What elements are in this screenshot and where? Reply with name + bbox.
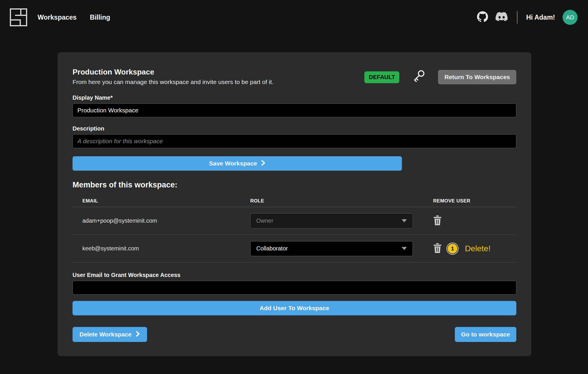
workspace-settings-card: Production Workspace From here you can m…	[57, 52, 531, 356]
key-icon[interactable]	[412, 70, 425, 85]
member-row-owner: adam+poop@systeminit.com Owner	[73, 207, 516, 235]
save-workspace-button[interactable]: Save Workspace	[73, 156, 402, 171]
member-email: keeb@systeminit.com	[73, 245, 250, 252]
add-user-button[interactable]: Add User To Workspace	[73, 301, 516, 315]
nav-link-billing[interactable]: Billing	[90, 14, 110, 21]
description-label: Description	[73, 125, 516, 132]
column-header-email: EMAIL	[73, 198, 250, 204]
delete-workspace-button[interactable]: Delete Workspace	[73, 327, 147, 342]
page-subtitle: From here you can manage this workspace …	[73, 78, 274, 86]
member-row-collaborator: keeb@systeminit.com Collaborator	[73, 235, 516, 263]
si-logo-icon[interactable]	[10, 8, 27, 26]
member-email: adam+poop@systeminit.com	[73, 217, 250, 224]
column-header-role: ROLE	[250, 198, 433, 204]
chevron-right-icon	[261, 160, 266, 167]
go-to-workspace-button[interactable]: Go to workspace	[455, 327, 516, 342]
chevron-down-icon	[402, 219, 407, 222]
members-table: EMAIL ROLE REMOVE USER adam+poop@systemi…	[73, 195, 516, 263]
top-navbar: Workspaces Billing Hi Adam! AD	[0, 0, 588, 35]
default-badge: DEFAULT	[364, 71, 399, 83]
grant-access-email-field[interactable]	[73, 281, 516, 295]
annotation-step-badge: 1	[447, 243, 458, 254]
description-field[interactable]	[73, 134, 516, 148]
nav-link-workspaces[interactable]: Workspaces	[38, 14, 77, 21]
user-greeting: Hi Adam!	[526, 14, 555, 21]
discord-icon[interactable]	[496, 12, 508, 23]
display-name-field[interactable]	[73, 103, 516, 117]
display-name-label: Display Name*	[73, 94, 516, 101]
github-icon[interactable]	[477, 11, 488, 23]
main-nav: Workspaces Billing	[38, 14, 110, 21]
annotation-delete-label: Delete!	[465, 244, 491, 253]
remove-user-trash-icon[interactable]	[433, 243, 442, 254]
remove-user-trash-icon[interactable]	[433, 215, 442, 226]
grant-access-label: User Email to Grant Workspace Access	[73, 272, 516, 278]
return-to-workspaces-button[interactable]: Return To Workspaces	[438, 70, 516, 84]
navbar-divider	[517, 11, 517, 24]
chevron-down-icon	[402, 247, 407, 250]
page-title: Production Workspace	[73, 67, 274, 77]
column-header-remove-user: REMOVE USER	[433, 198, 516, 204]
role-select-owner: Owner	[250, 213, 413, 228]
members-heading: Members of this workspace:	[73, 181, 516, 189]
role-select-collaborator[interactable]: Collaborator	[250, 241, 413, 256]
members-table-header: EMAIL ROLE REMOVE USER	[73, 195, 516, 207]
chevron-right-icon	[136, 331, 140, 338]
avatar[interactable]: AD	[563, 10, 578, 25]
